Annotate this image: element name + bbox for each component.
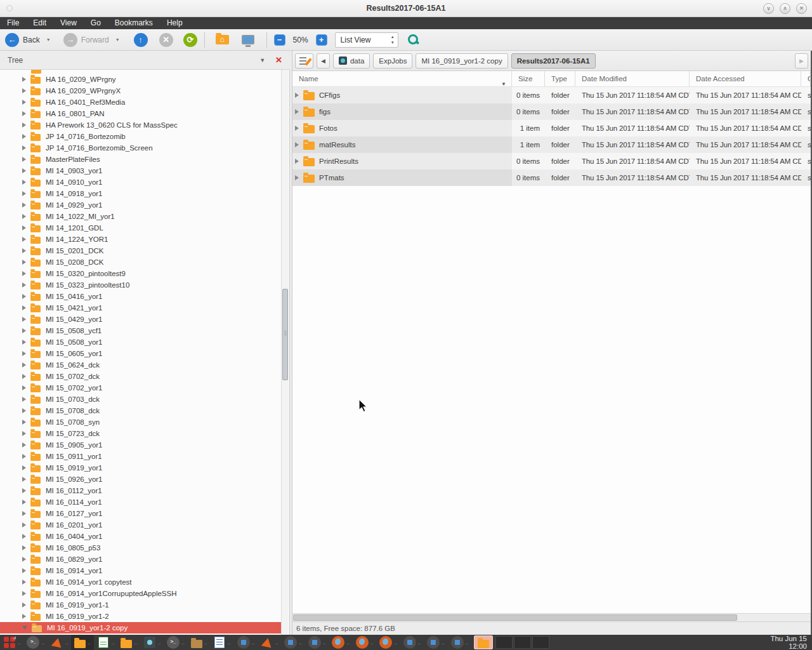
menu-item-view[interactable]: View: [53, 17, 84, 29]
taskbar-item[interactable]: ..: [424, 635, 447, 650]
tree-row[interactable]: MI 15_0421_yor1: [0, 302, 282, 314]
tree-row[interactable]: MI 15_0416_yor1: [0, 291, 282, 302]
chevron-expanded-icon[interactable]: [22, 626, 27, 630]
chevron-collapsed-icon[interactable]: [22, 522, 26, 527]
tree-row[interactable]: MI 16_0404_yor1: [0, 531, 282, 542]
tree-row[interactable]: HA 16_0209_WPrgny: [0, 74, 282, 85]
spinner-arrows-icon[interactable]: ▲▼: [391, 34, 395, 46]
tree-row[interactable]: MI 16_0914_yor1: [0, 565, 282, 576]
chevron-collapsed-icon[interactable]: [22, 123, 26, 128]
chevron-collapsed-icon[interactable]: [22, 454, 26, 459]
chevron-collapsed-icon[interactable]: [22, 271, 26, 276]
forward-history-dropdown-icon[interactable]: ▼: [115, 37, 120, 42]
chevron-collapsed-icon[interactable]: [22, 191, 26, 196]
tree-row[interactable]: MI 16_0914_yor1CorrupuptedAppleSSH: [0, 588, 282, 599]
chevron-collapsed-icon[interactable]: [22, 145, 26, 150]
tree-row[interactable]: HA Prework 13_0620 CLS for MassSpec: [0, 119, 282, 131]
column-header-date-modified[interactable]: Date Modified: [575, 71, 690, 86]
tree-row[interactable]: MI 15_0702_yor1: [0, 382, 282, 394]
sort-descending-icon[interactable]: ▼: [501, 77, 506, 86]
column-header-type[interactable]: Type: [545, 71, 575, 86]
chevron-collapsed-icon[interactable]: [295, 109, 299, 114]
tree-row[interactable]: MasterPlateFiles: [0, 154, 282, 165]
chevron-collapsed-icon[interactable]: [22, 465, 26, 470]
tree-row[interactable]: MI 15_0201_DCK: [0, 245, 282, 256]
tree-row[interactable]: MI 15_0702_dck: [0, 371, 282, 382]
tree-row[interactable]: MI 14_1201_GDL: [0, 222, 282, 234]
chevron-collapsed-icon[interactable]: [22, 500, 26, 505]
taskbar-item[interactable]: ..: [210, 635, 233, 650]
tree-row[interactable]: MI 16_0919_yor1-2: [0, 611, 282, 622]
tree-row[interactable]: HA 16_0401_Ref3Media: [0, 96, 282, 108]
tree-row[interactable]: JP 14_0716_Bortezomib_Screen: [0, 142, 282, 154]
tree-row[interactable]: MI 14_1022_MI_yor1: [0, 211, 282, 222]
minimize-icon[interactable]: ∨: [763, 3, 774, 14]
chevron-collapsed-icon[interactable]: [295, 159, 299, 164]
chevron-collapsed-icon[interactable]: [22, 260, 26, 265]
taskbar-item[interactable]: ..: [117, 635, 140, 650]
chevron-collapsed-icon[interactable]: [22, 545, 26, 550]
taskbar-item[interactable]: ..: [94, 635, 117, 650]
zoom-out-icon[interactable]: −: [274, 34, 285, 46]
chevron-collapsed-icon[interactable]: [295, 126, 299, 131]
active-window-button[interactable]: [474, 635, 493, 649]
back-history-dropdown-icon[interactable]: ▼: [46, 37, 51, 42]
tree-row[interactable]: MI 15_0208_DCK: [0, 256, 282, 268]
chevron-collapsed-icon[interactable]: [22, 225, 26, 230]
tree-row[interactable]: MI 16_0112_yor1: [0, 485, 282, 496]
tree-row[interactable]: MI 16_0914_yor1 copytest: [0, 576, 282, 588]
table-row[interactable]: Fotos1 itemfolderThu 15 Jun 2017 11:18:5…: [292, 120, 811, 136]
chevron-collapsed-icon[interactable]: [22, 237, 26, 242]
taskbar-item[interactable]: ..: [400, 635, 424, 650]
taskbar-item[interactable]: ..: [353, 635, 376, 650]
breadcrumb-results2017-06-15a1[interactable]: Results2017-06-15A1: [511, 53, 596, 69]
chevron-collapsed-icon[interactable]: [22, 100, 26, 105]
tree-row[interactable]: MI 15_0508_yor1: [0, 336, 282, 348]
tree-row[interactable]: MI 16_0919_yor1-1: [0, 599, 282, 611]
table-row[interactable]: PrintResults0 itemsfolderThu 15 Jun 2017…: [292, 153, 811, 169]
tree-row[interactable]: MI 14_0918_yor1: [0, 188, 282, 199]
chevron-collapsed-icon[interactable]: [22, 602, 26, 607]
chevron-collapsed-icon[interactable]: [22, 134, 26, 139]
table-row[interactable]: PTmats0 itemsfolderThu 15 Jun 2017 11:18…: [292, 169, 811, 186]
chevron-collapsed-icon[interactable]: [295, 175, 299, 180]
tree-row[interactable]: MI 15_0723_dck: [0, 428, 282, 439]
chevron-collapsed-icon[interactable]: [22, 180, 26, 185]
tree-row[interactable]: MI 15_0605_yor1: [0, 348, 282, 359]
menu-item-bookmarks[interactable]: Bookmarks: [108, 17, 160, 29]
taskbar-item[interactable]: ..: [71, 635, 93, 650]
chevron-collapsed-icon[interactable]: [22, 534, 26, 539]
menu-item-go[interactable]: Go: [84, 17, 108, 29]
tree-row[interactable]: MI 15_0703_dck: [0, 394, 282, 405]
taskbar-item[interactable]: ..: [329, 635, 352, 650]
chevron-collapsed-icon[interactable]: [22, 168, 26, 173]
workspace-slot[interactable]: [532, 636, 549, 649]
chevron-collapsed-icon[interactable]: [22, 511, 26, 516]
chevron-collapsed-icon[interactable]: [22, 111, 26, 116]
up-icon[interactable]: ↑: [134, 33, 148, 47]
chevron-collapsed-icon[interactable]: [22, 397, 26, 402]
zoom-in-icon[interactable]: +: [316, 34, 327, 46]
chevron-collapsed-icon[interactable]: [22, 305, 26, 310]
chevron-collapsed-icon[interactable]: [22, 362, 26, 368]
maximize-icon[interactable]: ∧: [780, 3, 790, 14]
chevron-collapsed-icon[interactable]: [22, 214, 26, 219]
tree-row[interactable]: MI 16_0114_yor1: [0, 496, 282, 508]
workspace-slot[interactable]: [514, 636, 531, 649]
chevron-collapsed-icon[interactable]: [22, 488, 26, 493]
tree-row[interactable]: MI 14_0929_yor1: [0, 199, 282, 211]
tree-row[interactable]: MI 15_0708_dck: [0, 405, 282, 416]
table-row[interactable]: CFfigs0 itemsfolderThu 15 Jun 2017 11:18…: [292, 87, 811, 103]
chevron-collapsed-icon[interactable]: [22, 408, 26, 413]
chevron-collapsed-icon[interactable]: [22, 202, 26, 208]
menu-item-file[interactable]: File: [0, 17, 26, 29]
taskbar-item[interactable]: ..: [23, 635, 47, 650]
chevron-collapsed-icon[interactable]: [22, 580, 26, 585]
tree-row[interactable]: MI 14_1224_YOR1: [0, 234, 282, 245]
tree-row[interactable]: MI 15_0708_syn: [0, 416, 282, 428]
taskbar-item[interactable]: ..: [281, 635, 304, 650]
column-header-g[interactable]: G: [801, 71, 811, 86]
chevron-collapsed-icon[interactable]: [22, 328, 26, 333]
chevron-collapsed-icon[interactable]: [22, 442, 26, 448]
close-icon[interactable]: ✕: [796, 3, 807, 14]
